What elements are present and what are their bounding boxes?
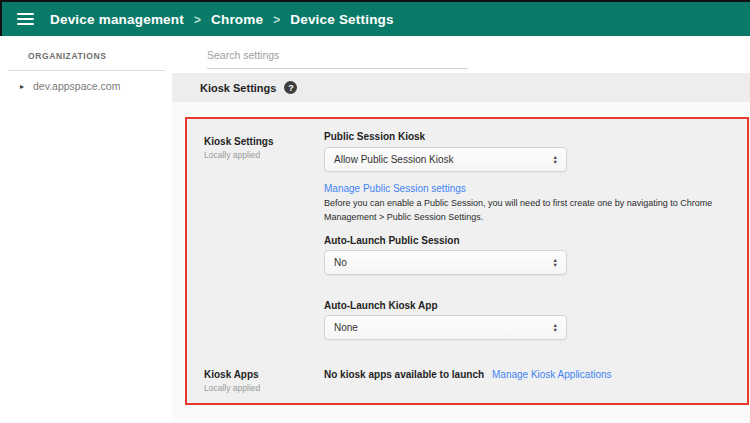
label-auto-launch-public-session: Auto-Launch Public Session	[324, 235, 460, 246]
label-auto-launch-kiosk-app: Auto-Launch Kiosk App	[324, 300, 438, 311]
menu-icon[interactable]	[17, 13, 34, 25]
public-session-note-line2: Management > Public Session Settings.	[324, 212, 483, 222]
select-stepper-icon: ▲ ▼	[553, 251, 558, 274]
manage-public-session-link[interactable]: Manage Public Session settings	[324, 183, 466, 194]
public-session-note-line1: Before you can enable a Public Session, …	[324, 198, 712, 208]
help-icon[interactable]: ?	[284, 81, 297, 94]
group-label-kiosk-settings: Kiosk Settings	[204, 136, 273, 147]
select-public-session-kiosk[interactable]: Allow Public Session Kiosk ▲ ▼	[324, 147, 567, 172]
highlight-annotation-box: Kiosk Settings Locally applied Public Se…	[185, 117, 749, 405]
expand-arrow-icon[interactable]: ▸	[20, 82, 24, 91]
group-label-kiosk-apps: Kiosk Apps	[204, 369, 259, 380]
select-stepper-icon: ▲ ▼	[553, 316, 558, 339]
organizations-heading: ORGANIZATIONS	[28, 51, 106, 61]
label-public-session-kiosk: Public Session Kiosk	[324, 131, 425, 142]
sidebar-item-org[interactable]: ▸ dev.appspace.com	[20, 80, 120, 92]
sidebar-divider	[8, 70, 165, 71]
organizations-sidebar: ORGANIZATIONS ▸ dev.appspace.com	[0, 36, 172, 423]
kiosk-apps-status: No kiosk apps available to launch	[324, 369, 484, 380]
select-auto-launch-kiosk-app[interactable]: None ▲ ▼	[324, 315, 567, 340]
select-auto-launch-public-session[interactable]: No ▲ ▼	[324, 250, 567, 275]
main-content: Search settings Kiosk Settings ? Kiosk S…	[172, 36, 750, 423]
breadcrumb-device-management[interactable]: Device management	[50, 12, 184, 27]
select-value: None	[334, 322, 358, 333]
group-sublabel-locally-applied: Locally applied	[204, 383, 260, 393]
group-sublabel-locally-applied: Locally applied	[204, 150, 260, 160]
breadcrumb: Device management > Chrome > Device Sett…	[50, 12, 394, 27]
select-value: Allow Public Session Kiosk	[334, 154, 454, 165]
breadcrumb-chrome[interactable]: Chrome	[211, 12, 263, 27]
select-value: No	[334, 257, 347, 268]
manage-kiosk-applications-link[interactable]: Manage Kiosk Applications	[492, 369, 612, 380]
kiosk-settings-section-header: Kiosk Settings ?	[172, 73, 750, 102]
select-stepper-icon: ▲ ▼	[553, 148, 558, 171]
breadcrumb-separator-icon: >	[194, 13, 201, 27]
search-settings-input[interactable]: Search settings	[207, 49, 468, 69]
org-name: dev.appspace.com	[33, 80, 120, 92]
breadcrumb-separator-icon: >	[273, 13, 280, 27]
app-header: Device management > Chrome > Device Sett…	[0, 2, 750, 36]
section-title: Kiosk Settings	[200, 82, 276, 94]
breadcrumb-device-settings[interactable]: Device Settings	[290, 12, 394, 27]
